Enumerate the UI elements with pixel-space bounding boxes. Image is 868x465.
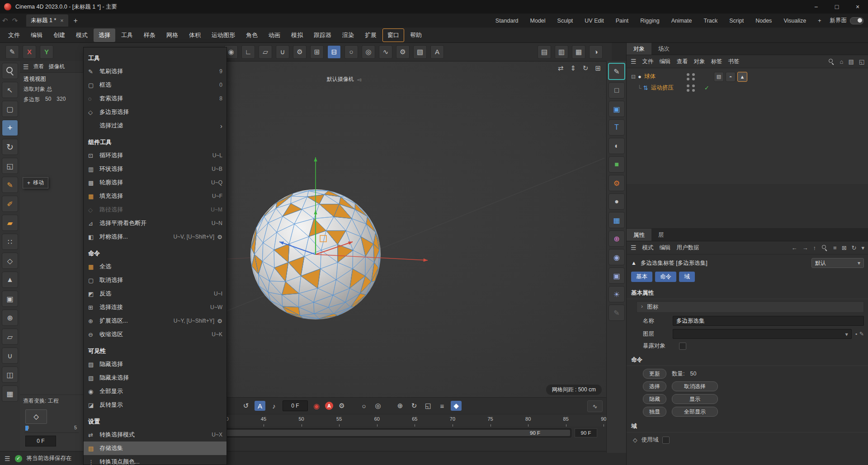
timeline-chart-button[interactable]: ∿ xyxy=(587,400,603,412)
list-icon[interactable]: ≡ xyxy=(833,244,837,251)
key-position-icon[interactable]: ⊕ xyxy=(395,401,406,411)
expand-icon[interactable]: ◱ xyxy=(859,58,864,65)
search-icon[interactable] xyxy=(828,58,835,65)
om-menu-view[interactable]: 查看 xyxy=(677,58,688,66)
menubar-item[interactable]: 文件 xyxy=(3,28,25,42)
menu-item[interactable]: ▧ 隐藏未选择 ⚙ › xyxy=(84,371,226,385)
layout-item[interactable]: Paint xyxy=(610,15,635,26)
switch-view-icon[interactable]: ⊞ xyxy=(595,64,601,72)
show-all-button[interactable]: 全部显示 xyxy=(672,407,718,417)
phong-tag-icon[interactable]: ◓ xyxy=(726,72,736,82)
search-icon[interactable] xyxy=(821,244,828,251)
menu-item[interactable]: ⋮ 转换顶点颜色... ⚙ › xyxy=(84,455,226,465)
live-selection-tool-icon[interactable]: ↖ xyxy=(2,82,18,98)
om-menu-tag[interactable]: 标签 xyxy=(711,58,722,66)
show-button[interactable]: 显示 xyxy=(672,394,718,404)
view-menu[interactable]: 查看 xyxy=(33,63,44,70)
layout-item[interactable]: Sculpt xyxy=(552,15,579,26)
menu-item[interactable]: ▨ 隐藏选择 ⚙ › xyxy=(84,357,226,371)
am-menu-userdata[interactable]: 用户数据 xyxy=(677,244,699,252)
camera-st-icon[interactable]: ▣ xyxy=(609,268,625,284)
magnet-tool-icon[interactable]: ∪ xyxy=(2,348,18,364)
menu-item[interactable]: 可见性 ⚙ › xyxy=(84,341,226,357)
menu-item[interactable]: ⊡ 循环选择 U~L ⚙ › xyxy=(84,149,226,162)
preset-dropdown[interactable]: 默认 ▾ xyxy=(811,258,864,268)
model-mode-icon[interactable]: ▣ xyxy=(2,291,18,307)
om-menu-bookmark[interactable]: 书签 xyxy=(728,58,740,66)
loop-playback-icon[interactable]: ↺ xyxy=(241,401,251,411)
ring-icon[interactable]: ○ xyxy=(344,45,358,59)
layout-item[interactable]: Animate xyxy=(665,15,698,26)
axes-icon[interactable]: ∟ xyxy=(241,45,255,59)
snap-icon[interactable]: ∪ xyxy=(276,45,289,59)
am-menu-edit[interactable]: 编辑 xyxy=(660,244,671,252)
orbit-icon[interactable]: ↻ xyxy=(583,64,589,72)
pan-icon[interactable]: ⇄ xyxy=(558,64,564,72)
menu-item[interactable]: ▦ 填充选择 U~F ⚙ › xyxy=(84,189,226,203)
om-menu-object[interactable]: 对象 xyxy=(694,58,705,66)
axis-x-lock-icon[interactable]: X xyxy=(23,45,36,59)
menubar-item[interactable]: 动画 xyxy=(264,28,285,42)
icon-group-row[interactable]: › 图标 xyxy=(637,301,864,313)
filter-icon[interactable]: ▤ xyxy=(848,58,854,65)
menu-item[interactable]: ▢ 取消选择 ⚙ › xyxy=(84,273,226,287)
layout-item[interactable]: Script xyxy=(723,15,750,26)
menu-item[interactable]: ◪ 反转显示 ⚙ › xyxy=(84,398,226,412)
edit-pencil-icon[interactable]: ✎ xyxy=(859,331,864,337)
select-button[interactable]: 选择 xyxy=(643,381,666,391)
render-picture-viewer-icon[interactable]: ▥ xyxy=(555,45,568,59)
redo-icon[interactable]: ↷ xyxy=(10,17,20,25)
menubar-item[interactable]: 网格 xyxy=(161,28,183,42)
workplane-edit-icon[interactable]: ✎ xyxy=(5,45,19,59)
visibility-dots[interactable] xyxy=(687,85,695,92)
make-editable-icon[interactable]: ✎ xyxy=(608,63,625,80)
mirror-tool-icon[interactable]: ◫ xyxy=(2,366,18,383)
key-selection-icon[interactable]: ◎ xyxy=(373,401,383,411)
panel-tab[interactable]: 属性 xyxy=(627,229,651,241)
menu-item[interactable]: 选择过滤 ⚙ › xyxy=(84,119,226,132)
grid-icon[interactable]: ⊞ xyxy=(310,45,324,59)
frame-field[interactable]: 0 F xyxy=(283,400,308,411)
expander-icon[interactable]: ⊟ xyxy=(631,74,636,80)
deselect-button[interactable]: 取消选择 xyxy=(672,381,718,391)
axis-mode-icon[interactable]: ⊕ xyxy=(2,310,18,326)
mini-timeline-ruler[interactable]: 0 5 xyxy=(24,425,79,433)
menu-item[interactable]: ▦ 全选 ⚙ › xyxy=(84,260,226,273)
menu-item[interactable]: ⊕ 扩展选区... U~Y, [U~Shift+Y] ⚙ › xyxy=(84,314,226,328)
pen-tool-icon[interactable]: ✎ xyxy=(2,177,18,193)
menubar-item[interactable]: 运动图形 xyxy=(207,28,240,42)
quantize-icon[interactable]: ⊟ xyxy=(327,45,341,59)
axis-center-icon[interactable]: ⊕ xyxy=(609,230,625,247)
menu-item[interactable]: 工具 ⚙ › xyxy=(84,48,226,65)
menubar-item[interactable]: 体积 xyxy=(184,28,206,42)
layer-dropdown[interactable]: ▾ xyxy=(673,329,852,339)
zoom-tool-icon[interactable] xyxy=(2,63,18,79)
menubar-item[interactable]: 扩展 xyxy=(360,28,382,42)
rectangle-selection-tool-icon[interactable]: ▢ xyxy=(2,101,18,117)
render-settings-icon[interactable]: ▦ xyxy=(572,45,585,59)
key-scale-icon[interactable]: ◱ xyxy=(423,401,434,411)
minimize-button[interactable]: − xyxy=(806,0,826,14)
menu-item[interactable]: ▥ 环状选择 U~B ⚙ › xyxy=(84,162,226,176)
layout-item[interactable]: Track xyxy=(698,15,723,26)
uv-polygons-mode-icon[interactable]: ◐ xyxy=(609,138,625,154)
points-mode-icon[interactable]: ∷ xyxy=(2,234,18,250)
menu-item[interactable]: ▩ 轮廓选择 U~Q ⚙ › xyxy=(84,176,226,189)
menubar-item[interactable]: 渲染 xyxy=(337,28,359,42)
lock-icon[interactable]: ⊠ xyxy=(842,244,847,251)
settings-gear-icon[interactable]: ⚙ xyxy=(214,234,222,240)
snap-settings-icon[interactable]: ⚙ xyxy=(293,45,307,59)
om-menu-file[interactable]: 文件 xyxy=(642,58,654,66)
sculpt-tool-icon[interactable]: ✐ xyxy=(2,196,18,212)
expose-checkbox[interactable] xyxy=(679,343,686,350)
menubar-item[interactable]: 窗口 xyxy=(382,28,404,42)
undo-icon[interactable]: ↶ xyxy=(0,17,10,25)
key-rotation-icon[interactable]: ↻ xyxy=(409,401,420,411)
hide-button[interactable]: 隐藏 xyxy=(643,394,666,404)
scale-tool-icon[interactable]: ◱ xyxy=(2,158,18,174)
autokey-icon[interactable]: A xyxy=(255,401,265,411)
menubar-item[interactable]: 选择 xyxy=(94,28,115,42)
maximize-button[interactable]: □ xyxy=(826,0,847,14)
layout-item[interactable]: + xyxy=(812,15,827,26)
visibility-dots[interactable] xyxy=(687,73,695,80)
